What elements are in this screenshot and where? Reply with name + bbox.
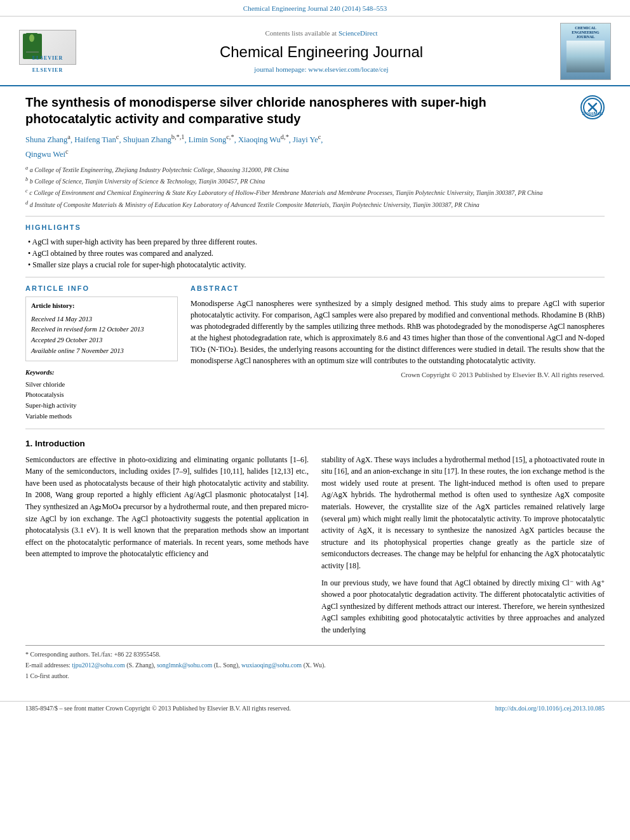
aff-b: b b College of Science, Tianjin Universi…	[25, 176, 605, 186]
journal-thumbnail: CHEMICALENGINEERINGJOURNAL	[560, 23, 611, 80]
crossmark-badge: CrossMark	[580, 95, 605, 119]
history-box: Article history: Received 14 May 2013 Re…	[25, 297, 178, 361]
author-haifeng: Haifeng Tian	[74, 136, 116, 145]
highlight-item-2: AgCl obtained by three routes was compar…	[28, 248, 605, 259]
divider-1	[25, 216, 605, 217]
footnote-emails: E-mail addresses: tjpu2012@sohu.com (S. …	[25, 660, 605, 670]
author-limin: Limin Song	[189, 136, 226, 145]
received: Received 14 May 2013	[31, 314, 172, 325]
abstract-label: ABSTRACT	[191, 284, 605, 293]
kw-photocatalysis: Photocatalysis	[25, 390, 178, 401]
issn-text: 1385-8947/$ – see front matter Crown Cop…	[25, 704, 291, 713]
thumb-image	[566, 41, 605, 72]
aff-d: d d Institute of Composite Materials & M…	[25, 199, 605, 210]
doi-link[interactable]: http://dx.doi.org/10.1016/j.cej.2013.10.…	[495, 704, 605, 713]
abstract-column: ABSTRACT Monodisperse AgCl nanospheres w…	[191, 284, 605, 422]
elsevier-logo-area: ELSEVIER	[13, 30, 83, 74]
highlight-item-3: Smaller size plays a crucial role for su…	[28, 259, 605, 270]
email-wu[interactable]: wuxiaoqing@sohu.com	[241, 662, 302, 669]
available-online: Available online 7 November 2013	[31, 346, 172, 357]
intro-col2: stability of AgX. These ways includes a …	[321, 454, 605, 636]
intro-col1: Semiconductors are effective in photo-ox…	[25, 454, 309, 636]
sciencedirect-text: Contents lists available at ScienceDirec…	[95, 29, 547, 38]
footnote-cofirst: 1 Co-first author.	[25, 671, 605, 681]
highlights-label: HIGHLIGHTS	[25, 223, 605, 232]
svg-point-1	[29, 34, 34, 42]
abstract-text: Monodisperse AgCl nanospheres were synth…	[191, 298, 605, 366]
journal-title: Chemical Engineering Journal	[95, 41, 547, 63]
sciencedirect-link[interactable]: ScienceDirect	[338, 29, 378, 37]
author-shujuan: Shujuan Zhang	[123, 136, 171, 145]
article-info-column: ARTICLE INFO Article history: Received 1…	[25, 284, 178, 422]
aff-a: a a College of Textile Engineering, Zhej…	[25, 164, 605, 175]
article-info-abstract-section: ARTICLE INFO Article history: Received 1…	[25, 284, 605, 422]
journal-center-info: Contents lists available at ScienceDirec…	[83, 29, 560, 74]
highlights-section: HIGHLIGHTS AgCl with super-high activity…	[25, 223, 605, 270]
authors-line: Shuna Zhanga, Haifeng Tianc, Shujuan Zha…	[25, 132, 605, 160]
divider-3	[25, 429, 605, 429]
copyright-line: Crown Copyright © 2013 Published by Else…	[191, 370, 605, 380]
crossmark-icon: CrossMark	[580, 95, 605, 119]
svg-text:CrossMark: CrossMark	[582, 111, 603, 116]
elsevier-logo-image	[19, 30, 76, 65]
highlight-item-1: AgCl with super-high activity has been p…	[28, 236, 605, 248]
article-title: The synthesis of monodisperse silver chl…	[25, 94, 605, 127]
intro-body: Semiconductors are effective in photo-ox…	[25, 454, 605, 636]
intro-heading: 1. Introduction	[25, 438, 605, 450]
aff-c: c c College of Environment and Chemical …	[25, 187, 605, 197]
kw-silver: Silver chloride	[25, 380, 178, 390]
intro-text-col1: Semiconductors are effective in photo-ox…	[25, 454, 309, 560]
divider-2	[25, 277, 605, 277]
elsevier-text: ELSEVIER	[32, 67, 63, 74]
kw-superhigh: Super-high activity	[25, 401, 178, 411]
email-song[interactable]: songlmnk@sohu.com	[157, 662, 212, 669]
author-xiaoqing: Xiaoqing Wu	[238, 136, 281, 145]
synthesized-word: synthesized	[316, 299, 351, 308]
history-title: Article history:	[31, 301, 172, 312]
article-info-label: ARTICLE INFO	[25, 284, 178, 293]
revised: Received in revised form 12 October 2013	[31, 324, 172, 335]
affiliations: a a College of Textile Engineering, Zhej…	[25, 164, 605, 210]
article-title-section: CrossMark The synthesis of monodisperse …	[25, 94, 605, 127]
footnotes: * Corresponding authors. Tel./fax: +86 2…	[25, 645, 605, 681]
thumb-title: CHEMICALENGINEERINGJOURNAL	[572, 26, 599, 39]
journal-header: ELSEVIER Contents lists available at Sci…	[0, 17, 630, 86]
highlights-list: AgCl with super-high activity has been p…	[25, 236, 605, 270]
bottom-bar: 1385-8947/$ – see front matter Crown Cop…	[0, 701, 630, 716]
intro-text-col2: stability of AgX. These ways includes a …	[321, 454, 605, 572]
author-jiayi: Jiayi Ye	[293, 136, 318, 145]
journal-citation: Chemical Engineering Journal 240 (2014) …	[243, 4, 387, 12]
introduction-section: 1. Introduction Semiconductors are effec…	[25, 438, 605, 636]
journal-homepage: journal homepage: www.elsevier.com/locat…	[95, 65, 547, 74]
keywords-title: Keywords:	[25, 368, 178, 378]
author-qingwu: Qingwu Wei	[25, 150, 65, 159]
footnote-corresponding: * Corresponding authors. Tel./fax: +86 2…	[25, 650, 605, 659]
top-bar: Chemical Engineering Journal 240 (2014) …	[0, 0, 630, 17]
intro-text-col2-p2: In our previous study, we have found tha…	[321, 577, 605, 636]
kw-variable: Variable methods	[25, 411, 178, 422]
keywords-box: Keywords: Silver chloride Photocatalysis…	[25, 368, 178, 422]
accepted: Accepted 29 October 2013	[31, 335, 172, 346]
author-shuna: Shuna Zhang	[25, 136, 67, 145]
content-area: CrossMark The synthesis of monodisperse …	[0, 86, 630, 694]
email-zhang[interactable]: tjpu2012@sohu.com	[72, 662, 124, 669]
